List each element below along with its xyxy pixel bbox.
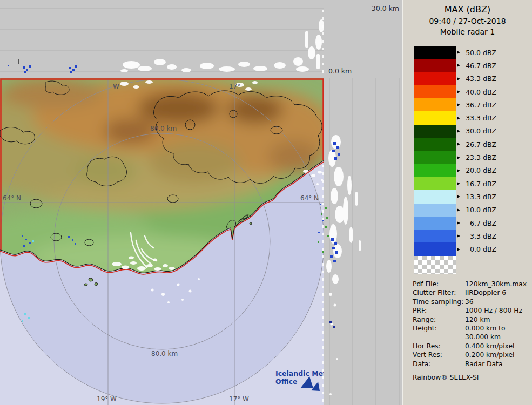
info-value: 1000 Hz / 800 Hz	[465, 306, 530, 315]
legend-entry-label: 46.7 dBZ	[463, 59, 496, 72]
legend-tick-arrow-icon	[457, 208, 460, 212]
info-key: Hor Res:	[413, 342, 465, 350]
legend-entry: 26.7 dBZ	[414, 138, 530, 151]
info-row: Pdf File:120km_30km.max	[413, 280, 530, 288]
legend-color-swatch	[414, 59, 456, 72]
legend-entry: 0.0 dBZ	[414, 242, 530, 255]
info-row: Time sampling:36	[413, 298, 530, 306]
side-height-projection-panel	[324, 78, 402, 405]
legend-entry-label: 43.3 dBZ	[463, 72, 496, 85]
legend-color-swatch	[414, 138, 456, 151]
info-row: Height:0.000 km to	[413, 324, 530, 333]
product-datetime: 09:40 / 27-Oct-2018	[403, 16, 532, 26]
side-panel-background	[324, 78, 402, 405]
legend-tick-arrow-icon	[457, 51, 460, 54]
legend-color-swatch	[414, 98, 456, 111]
info-key: PRF:	[413, 306, 465, 315]
longitude-label-19w: 19° W	[97, 395, 117, 403]
radar-map: 80.0 km 80.0 km 64° N 64° N 19° W 17° W …	[0, 78, 324, 405]
info-value: 30.000 km	[465, 333, 530, 341]
product-radar-name: Mobile radar 1	[403, 26, 532, 37]
info-key: Vert Res:	[413, 350, 465, 359]
info-key: Height:	[413, 324, 465, 333]
legend-entry: 10.0 dBZ	[414, 204, 530, 217]
info-value: 120 km	[465, 315, 530, 324]
info-key: Pdf File:	[413, 280, 465, 288]
info-key: Range:	[413, 315, 465, 324]
legend-tick-arrow-icon	[457, 195, 460, 198]
legend-color-swatch	[414, 46, 456, 59]
legend-entry: 20.0 dBZ	[414, 164, 530, 177]
legend-tick-arrow-icon	[457, 64, 460, 67]
info-value: 0.000 km to	[465, 324, 530, 333]
legend-color-swatch	[414, 217, 456, 230]
info-value: 0.200 km/pixel	[465, 350, 530, 359]
info-row: Vert Res:0.200 km/pixel	[413, 350, 530, 359]
software-footer: Rainbow® SELEX-SI	[413, 374, 479, 381]
legend-entry: 3.3 dBZ	[414, 230, 530, 242]
legend-panel: MAX (dBZ) 09:40 / 27-Oct-2018 Mobile rad…	[402, 0, 532, 405]
radar-map-panel: 80.0 km 80.0 km 64° N 64° N 19° W 17° W …	[0, 78, 324, 405]
legend-tick-arrow-icon	[457, 156, 460, 159]
legend-color-swatch	[414, 125, 456, 138]
legend-scale: 50.0 dBZ46.7 dBZ43.3 dBZ40.0 dBZ36.7 dBZ…	[414, 46, 530, 256]
info-row: Hor Res:0.400 km/pixel	[413, 342, 530, 350]
legend-color-swatch	[414, 230, 456, 242]
legend-tick-arrow-icon	[457, 90, 460, 93]
side-projection-plot	[324, 78, 402, 405]
legend-entry-label: 20.0 dBZ	[463, 164, 496, 177]
height-axis-max-label: 30.0 km	[372, 4, 399, 12]
info-key: Clutter Filter:	[413, 288, 465, 297]
legend-tick-arrow-icon	[457, 182, 460, 185]
legend-tick-arrow-icon	[457, 169, 460, 172]
legend-entry-label: 23.3 dBZ	[463, 151, 496, 164]
legend-color-swatch	[414, 85, 456, 98]
info-row: PRF:1000 Hz / 800 Hz	[413, 306, 530, 315]
legend-color-swatch	[414, 204, 456, 217]
imo-logo-line1: Icelandic Met	[275, 369, 324, 377]
legend-entry-label: 50.0 dBZ	[463, 46, 496, 59]
echo-dark-pixel	[18, 59, 19, 64]
product-title: MAX (dBZ)	[403, 0, 532, 16]
ring-label-top: 80.0 km	[150, 125, 177, 132]
legend-entry-label: 16.7 dBZ	[463, 177, 496, 190]
legend-entry: 30.0 dBZ	[414, 125, 530, 138]
imo-logo-line2: Office	[275, 377, 297, 386]
longitude-label-17w: 17° W	[229, 395, 249, 403]
legend-entry: 40.0 dBZ	[414, 85, 530, 98]
latitude-label-right: 64° N	[300, 194, 319, 202]
info-value: IIRDoppler 6	[465, 288, 530, 297]
legend-transparent-checker	[414, 256, 456, 274]
legend-entry-label: 10.0 dBZ	[463, 204, 496, 217]
legend-entry: 50.0 dBZ	[414, 46, 530, 59]
legend-entry-label: 6.7 dBZ	[463, 217, 496, 230]
legend-tick-arrow-icon	[457, 248, 460, 251]
top-projection-plot	[0, 0, 324, 78]
legend-entry-label: 33.3 dBZ	[463, 111, 496, 124]
legend-color-swatch	[414, 177, 456, 190]
legend-entry-label: 26.7 dBZ	[463, 138, 496, 151]
legend-entry: 16.7 dBZ	[414, 177, 530, 190]
legend-tick-arrow-icon	[457, 234, 460, 238]
legend-entry: 43.3 dBZ	[414, 72, 530, 85]
legend-entry: 23.3 dBZ	[414, 151, 530, 164]
info-value: 36	[465, 298, 530, 306]
legend-entry-label: 36.7 dBZ	[463, 98, 496, 111]
ring-label-bottom: 80.0 km	[151, 350, 178, 357]
legend-entry: 36.7 dBZ	[414, 98, 530, 111]
legend-tick-arrow-icon	[457, 77, 460, 80]
legend-color-swatch	[414, 190, 456, 203]
legend-entry-label: 30.0 dBZ	[463, 125, 496, 138]
legend-entry-label: 40.0 dBZ	[463, 85, 496, 98]
info-row: Range:120 km	[413, 315, 530, 324]
legend-color-swatch	[414, 72, 456, 85]
info-key: Data:	[413, 360, 465, 368]
legend-color-swatch	[414, 242, 456, 255]
info-table: Pdf File:120km_30km.maxClutter Filter:II…	[413, 280, 530, 368]
info-row: 30.000 km	[413, 333, 530, 341]
legend-tick-arrow-icon	[457, 117, 460, 120]
info-row: Clutter Filter:IIRDoppler 6	[413, 288, 530, 297]
radar-application-window: 30.0 km 0.0 km	[0, 0, 532, 405]
legend-entry: 6.7 dBZ	[414, 217, 530, 230]
legend-color-swatch	[414, 111, 456, 124]
